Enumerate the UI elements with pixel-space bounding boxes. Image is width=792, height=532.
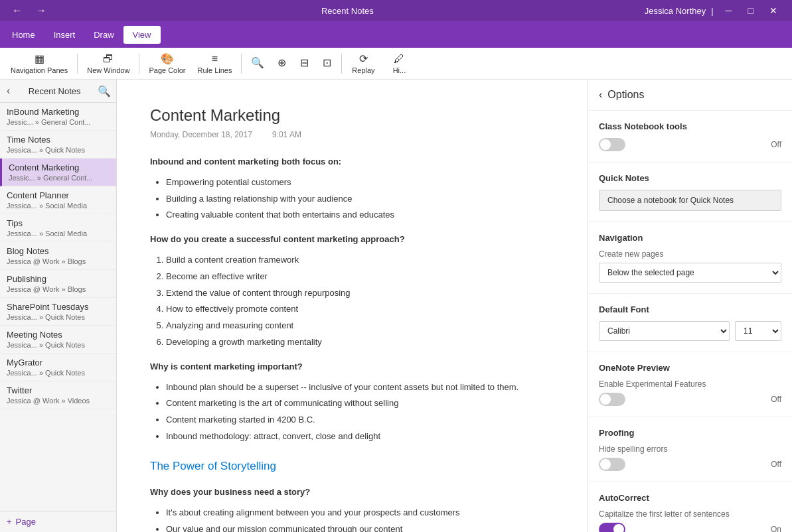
note-heading1: How do you create a successful content m…: [150, 233, 554, 247]
replay-icon: ⟳: [359, 52, 368, 65]
options-panel: ‹ Options Class Notebook tools Off Quick…: [588, 80, 792, 532]
onenote-preview-sublabel: Enable Experimental Features: [599, 379, 781, 389]
sidebar-back-button[interactable]: ‹: [5, 84, 11, 98]
options-autocorrect: AutoCorrect Capitalize the first letter …: [588, 482, 792, 532]
sidebar-item-tips[interactable]: Tips Jessica... » Social Media: [0, 214, 116, 242]
content-area: Content Marketing Monday, December 18, 2…: [117, 80, 588, 532]
list-item: Developing a growth marketing mentality: [166, 336, 554, 350]
hide-button[interactable]: 🖊 Hi...: [382, 49, 416, 78]
options-header: ‹ Options: [588, 80, 792, 111]
toolbar: ▦ Navigation Panes 🗗 New Window 🎨 Page C…: [0, 48, 792, 80]
list-item: Become an effective writer: [166, 270, 554, 284]
list-item: Analyzing and measuring content: [166, 319, 554, 333]
list-item: Build a content creation framework: [166, 253, 554, 267]
autocorrect-toggle-label: On: [771, 525, 781, 532]
note-date: Monday, December 18, 2017: [150, 130, 252, 139]
class-notebook-title: Class Notebook tools: [599, 121, 781, 131]
default-font-title: Default Font: [599, 304, 781, 314]
list-item: How to effectively promote content: [166, 302, 554, 316]
rule-lines-button[interactable]: ≡ Rule Lines: [192, 49, 237, 78]
note-bullets3: It's about creating alignment between yo…: [150, 506, 554, 532]
main-container: ‹ Recent Notes 🔍 InBound Marketing Jessi…: [0, 80, 792, 532]
list-item: Empowering potential customers: [166, 176, 554, 190]
autocorrect-title: AutoCorrect: [599, 493, 781, 503]
maximize-button[interactable]: □: [742, 3, 760, 19]
sidebar-item-publishing[interactable]: Publishing Jessica @ Work » Blogs: [0, 270, 116, 298]
list-item: Extend the value of content through repu…: [166, 287, 554, 300]
sidebar-item-time-notes[interactable]: Time Notes Jessica... » Quick Notes: [0, 131, 116, 159]
zoom-out-button[interactable]: 🔍: [246, 49, 270, 78]
navigation-dropdown[interactable]: Below the selected page At the end of th…: [599, 263, 781, 283]
sidebar-item-blog-notes[interactable]: Blog Notes Jessica @ Work » Blogs: [0, 242, 116, 270]
menu-view[interactable]: View: [123, 26, 161, 44]
sidebar-title: Recent Notes: [29, 86, 81, 96]
sidebar-item-inbound-marketing[interactable]: InBound Marketing Jessic... » General Co…: [0, 103, 116, 131]
close-button[interactable]: ✕: [763, 3, 784, 19]
zoom-in-button[interactable]: ⊕: [271, 49, 292, 78]
proofing-toggle-label: Off: [771, 460, 781, 469]
zoom-page-button[interactable]: ⊟: [293, 49, 315, 78]
note-body: Inbound and content marketing both focus…: [150, 155, 554, 532]
sidebar-item-twitter[interactable]: Twitter Jessica @ Work » Videos: [0, 381, 116, 409]
navigation-panes-label: Navigation Panes: [11, 66, 68, 74]
autocorrect-toggle-row: On: [599, 523, 781, 532]
replay-label: Replay: [352, 66, 374, 74]
sidebar-item-sharepoint[interactable]: SharePoint Tuesdays Jessica... » Quick N…: [0, 298, 116, 326]
toolbar-separator-4: [341, 54, 342, 74]
navigation-panes-icon: ▦: [35, 52, 44, 65]
class-notebook-toggle[interactable]: [599, 138, 625, 151]
add-page-icon: +: [7, 517, 12, 527]
zoom-fit-icon: ⊡: [323, 56, 331, 69]
menu-home[interactable]: Home: [3, 26, 44, 44]
page-color-icon: 🎨: [161, 52, 174, 65]
user-name: Jessica Northey: [645, 6, 706, 16]
new-window-button[interactable]: 🗗 New Window: [82, 49, 135, 78]
autocorrect-toggle[interactable]: [599, 523, 625, 532]
options-navigation: Navigation Create new pages Below the se…: [588, 222, 792, 294]
sidebar-item-content-marketing[interactable]: Content Marketing Jessic... » General Co…: [0, 159, 116, 186]
onenote-preview-toggle[interactable]: [599, 393, 625, 406]
font-family-dropdown[interactable]: Calibri Arial Times New Roman: [599, 321, 730, 341]
toolbar-separator-2: [139, 54, 139, 74]
zoom-fit-button[interactable]: ⊡: [316, 49, 337, 78]
add-page-button[interactable]: + Page: [0, 511, 116, 532]
titlebar-title: Recent Notes: [321, 6, 374, 16]
choose-notebook-button[interactable]: Choose a notebook for Quick Notes: [599, 190, 781, 211]
menu-insert[interactable]: Insert: [44, 26, 85, 44]
titlebar-separator: |: [711, 6, 713, 16]
list-item: Creating valuable content that both ente…: [166, 208, 554, 222]
list-item: Our value and our mission communicated t…: [166, 523, 554, 532]
page-color-button[interactable]: 🎨 Page Color: [143, 49, 191, 78]
sidebar-list: InBound Marketing Jessic... » General Co…: [0, 103, 116, 511]
sidebar-item-mygrator[interactable]: MyGrator Jessica... » Quick Notes: [0, 354, 116, 381]
note-heading2: Why is content marketing important?: [150, 360, 554, 374]
note-meta: Monday, December 18, 2017 9:01 AM: [150, 130, 554, 139]
rule-lines-label: Rule Lines: [197, 66, 232, 74]
font-select-row: Calibri Arial Times New Roman 8910111214…: [599, 321, 781, 341]
minimize-button[interactable]: ─: [719, 3, 739, 19]
sidebar-item-content-planner[interactable]: Content Planner Jessica... » Social Medi…: [0, 186, 116, 214]
zoom-in-icon: ⊕: [277, 56, 286, 69]
sidebar-search-button[interactable]: 🔍: [98, 85, 111, 98]
back-button[interactable]: ←: [8, 3, 27, 18]
options-back-button[interactable]: ‹: [599, 89, 602, 101]
titlebar: ← → Recent Notes Jessica Northey | ─ □ ✕: [0, 0, 792, 21]
options-proofing: Proofing Hide spelling errors Off: [588, 417, 792, 482]
sidebar-item-meeting-notes[interactable]: Meeting Notes Jessica... » Quick Notes: [0, 326, 116, 354]
menu-draw[interactable]: Draw: [84, 26, 123, 44]
list-item: Content marketing is the art of communic…: [166, 397, 554, 411]
forward-button[interactable]: →: [32, 3, 50, 18]
font-size-dropdown[interactable]: 891011121416: [735, 321, 781, 341]
note-bullets2: Inbound plan should be a superset -- inc…: [150, 381, 554, 444]
new-window-label: New Window: [87, 66, 129, 74]
toggle-knob: [600, 459, 611, 470]
navigation-panes-button[interactable]: ▦ Navigation Panes: [5, 49, 73, 78]
replay-button[interactable]: ⟳ Replay: [346, 49, 380, 78]
proofing-toggle[interactable]: [599, 458, 625, 471]
list-item: Building a lasting relationship with you…: [166, 192, 554, 206]
add-page-label: Page: [16, 517, 36, 527]
note-intro: Inbound and content marketing both focus…: [150, 155, 554, 169]
navigation-title: Navigation: [599, 233, 781, 243]
titlebar-nav: ← →: [8, 3, 50, 18]
note-time: 9:01 AM: [272, 130, 301, 139]
